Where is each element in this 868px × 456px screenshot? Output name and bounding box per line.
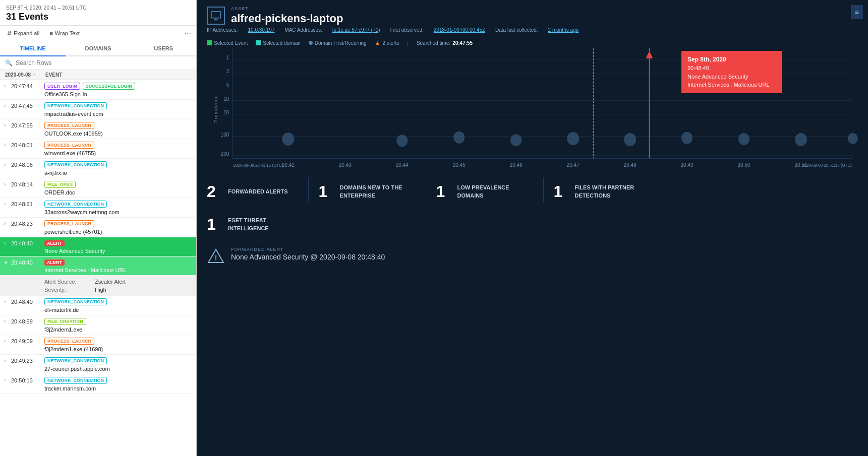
table-row[interactable]: › 20:49:09 PROCESS_LAUNCH f3j2mdem1.exe … [0,335,196,355]
legend-selected-event: Selected Event [207,40,248,46]
selected-domain-icon [256,40,261,45]
event-content: NETWORK_CONNECTION 33across2waycm.netmng… [44,200,192,215]
tab-users[interactable]: USERS [131,41,196,56]
svg-text:10: 10 [223,95,229,101]
more-options-button[interactable]: ··· [185,29,191,38]
row-chevron: › [4,102,11,108]
wrap-text-label: Wrap Text [55,30,80,36]
tag-file-creation: FILE_CREATION [44,318,86,325]
searched-time-value: 20:47:55 [452,40,473,46]
asset-name: alfred-pickens-laptop [231,12,343,25]
expanded-details: Alert Source: Zscaler Alert Severity: Hi… [0,276,196,296]
tag-alert: ALERT [44,259,65,266]
insight-divider [308,177,309,203]
mac-value[interactable]: fa:1c:ae:57:c9:f7 (+1) [332,27,380,33]
table-row[interactable]: › 20:49:23 NETWORK_CONNECTION 27-courier… [0,355,196,374]
row-chevron: › [4,161,11,167]
table-row[interactable]: › 20:50:13 NETWORK_CONNECTION tracker.ma… [0,374,196,394]
searched-time-label: Searched time: [417,40,450,46]
svg-text:2020-09-08 20:51:15 (UTC): 2020-09-08 20:51:15 (UTC) [802,162,852,167]
insight-domains-new[interactable]: 1 DOMAINS NEW TO THE ENTERPRISE [319,177,416,206]
event-desc: winword.exe (46755) [44,150,192,156]
col-date-header: 2020-09-08 ↑ [5,72,45,78]
event-time: 20:49:23 [11,357,44,364]
panel-options-button[interactable]: ≡ [851,5,863,19]
row-chevron: ∨ [4,258,11,265]
forwarded-alert-content: FORWARDED ALERT None Advanced Security @… [231,247,385,261]
tag-network: NETWORK_CONNECTION [44,102,107,109]
table-row[interactable]: › 20:48:59 FILE_CREATION f3j2mdem1.exe [0,315,196,335]
asset-label: ASSET [231,6,343,11]
legend-domain-first: Domain First/Recurring [309,40,367,46]
event-time: 20:48:23 [11,220,44,227]
table-row[interactable]: › 20:47:45 NETWORK_CONNECTION impactradi… [0,100,196,119]
insight-eset[interactable]: 1 ESET THREAT INTELLIGENCE [207,210,304,239]
table-row[interactable]: › 20:48:14 FILE_OPEN ORDER.doc [0,178,196,198]
tag-success: SUCCESSFUL LOGIN [83,83,135,90]
wrap-text-button[interactable]: ≡ Wrap Text [47,29,82,37]
row-chevron: › [4,239,11,246]
svg-text:20:49: 20:49 [680,161,693,167]
tab-domains[interactable]: DOMAINS [66,41,131,56]
row-chevron: › [4,121,11,128]
first-observed-value[interactable]: 2018-01-09T00:00:45Z [434,27,485,33]
tag-user-login: USER_LOGIN [44,83,80,90]
table-row[interactable]: › 20:48:40 ALERT None Advanced Security [0,237,196,256]
table-row[interactable]: › 20:48:40 NETWORK_CONNECTION oli-materl… [0,296,196,315]
selected-event-label: Selected Event [214,40,248,46]
table-row[interactable]: ∨ 20:48:40 ALERT Internet Services : Mal… [0,256,196,276]
event-content: NETWORK_CONNECTION 27-courier.push.apple… [44,357,192,372]
insight-files-partner[interactable]: 1 FILES WITH PARTNER DETECTIONS [554,177,651,206]
event-time: 20:47:55 [11,121,44,128]
detail-value: Zscaler Alert [95,279,126,285]
mac-label: MAC Addresses: [284,27,322,33]
alert-triangle-legend-icon: ▲ [375,39,381,46]
ip-value[interactable]: 10.0.30.197 [248,27,275,33]
insight-label: DOMAINS NEW TO THE ENTERPRISE [340,184,406,200]
selected-domain-label: Selected domain [263,40,301,46]
table-row[interactable]: › 20:48:06 NETWORK_CONNECTION a-nj.lrx.i… [0,159,196,178]
event-time: 20:48:40 [11,298,44,305]
svg-text:20:47: 20:47 [567,161,580,167]
legend-selected-domain: Selected domain [256,40,301,46]
column-header: 2020-09-08 ↑ EVENT [0,70,196,80]
insight-forwarded-alerts[interactable]: 2 FORWARDED ALERTS [207,177,298,206]
event-content: ALERT None Advanced Security [44,239,192,254]
search-bar: 🔍 [0,56,196,70]
y-axis-label: Prevalence [213,95,218,122]
event-desc: impactradius-event.com [44,111,192,117]
event-content: NETWORK_CONNECTION a-nj.lrx.io [44,161,192,176]
event-content: PROCESS_LAUNCH OUTLOOK.exe (40959) [44,121,192,137]
svg-text:1: 1 [226,54,229,60]
table-row[interactable]: › 20:48:23 PROCESS_LAUNCH powershell.exe… [0,218,196,237]
chart-tooltip: Sep 8th, 2020 20:48:40 None Advanced Sec… [681,51,782,93]
svg-point-36 [681,132,692,144]
table-row[interactable]: › 20:47:55 PROCESS_LAUNCH OUTLOOK.exe (4… [0,119,196,139]
expand-all-label: Expand all [14,30,39,36]
insight-label: ESET THREAT INTELLIGENCE [228,217,294,232]
svg-text:20: 20 [223,109,229,115]
insight-low-prevalence[interactable]: 1 LOW PREVALENCE DOMAINS [436,177,533,206]
event-time: 20:48:14 [11,180,44,187]
forwarded-alert-value: None Advanced Security @ 2020-09-08 20:4… [231,253,385,261]
tab-timeline[interactable]: TIMELINE [0,41,66,56]
data-last-label: Data last collected: [495,27,538,33]
tag-file: FILE_OPEN [44,181,76,188]
table-row[interactable]: › 20:48:21 NETWORK_CONNECTION 33across2w… [0,198,196,218]
data-last-value[interactable]: 2 months ago [548,27,579,33]
detail-row: Alert Source: Zscaler Alert [44,278,192,286]
insights-row: 2 FORWARDED ALERTS 1 DOMAINS NEW TO THE … [197,169,868,206]
tag-network: NETWORK_CONNECTION [44,377,107,384]
insight-number: 1 [207,215,222,234]
event-content: NETWORK_CONNECTION oli-materlik.de [44,298,192,313]
insight-number: 1 [436,182,451,201]
insight-number: 1 [319,182,334,201]
svg-point-30 [282,133,294,146]
table-row[interactable]: › 20:48:01 PROCESS_LAUNCH winword.exe (4… [0,139,196,159]
expand-all-button[interactable]: ⇵ Expand all [5,29,41,38]
search-input[interactable] [16,59,191,67]
svg-point-39 [848,133,858,144]
table-row[interactable]: › 20:47:44 USER_LOGIN SUCCESSFUL LOGIN O… [0,80,196,100]
event-content: ALERT Internet Services : Malicious URL [44,258,192,273]
event-time: 20:49:09 [11,337,44,344]
